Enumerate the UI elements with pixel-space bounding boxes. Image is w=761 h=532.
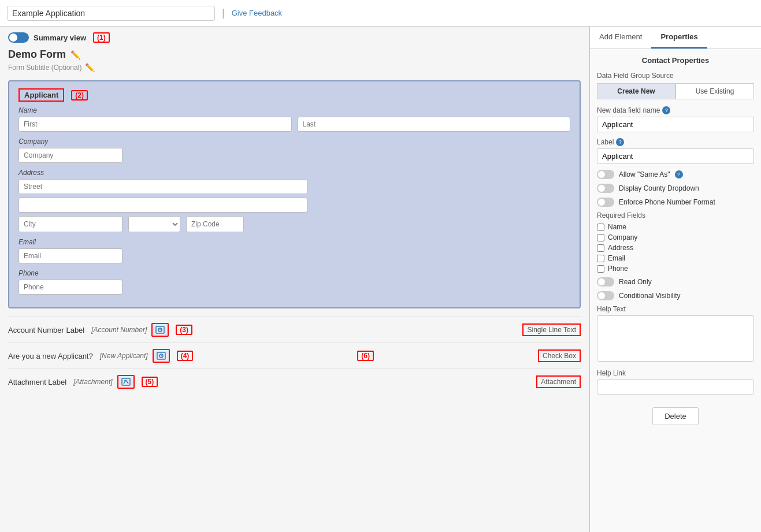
name-label: Name [18,106,570,114]
label-label: Label ? [597,138,754,146]
list-item-3: Attachment Label [Attachment] (5) Attach… [8,369,581,395]
req-phone-label: Phone [608,265,628,273]
req-address-label: Address [608,244,633,252]
left-panel: Summary view (1) Demo Form ✏️ Form Subti… [0,27,589,532]
field-name-input[interactable] [597,117,754,132]
city-input[interactable] [18,216,122,232]
help-text-label: Help Text [597,305,754,313]
company-input[interactable] [18,148,122,163]
annotation-3: (3) [176,325,192,335]
label-help-icon[interactable]: ? [616,138,624,146]
item-3-type-group: Attachment [536,375,581,388]
svg-point-2 [159,329,161,330]
company-field-group: Company [18,137,570,163]
req-email-checkbox[interactable] [597,255,604,262]
section-title: Contact Properties [597,56,754,65]
item-1-icon-btn[interactable] [151,323,169,337]
list-item-2: Are you a new Applicant? [New Applicant]… [8,343,581,369]
item-3-icon-btn[interactable] [117,375,135,389]
tab-add-element[interactable]: Add Element [590,27,651,49]
form-subtitle-edit-icon[interactable]: ✏️ [85,63,95,72]
street2-input[interactable] [18,198,307,213]
company-label: Company [18,137,570,146]
summary-view-toggle[interactable] [8,32,29,43]
item-2-icon-btn[interactable] [153,349,170,363]
annotation-1: (1) [93,32,110,43]
req-company-checkbox[interactable] [597,234,604,241]
top-bar: | Give Feedback [0,0,761,27]
req-phone-row: Phone [597,265,754,273]
email-input[interactable] [18,248,122,263]
form-subtitle-row: Form Subtitle (Optional) ✏️ [8,63,581,72]
last-name-input[interactable] [298,117,571,132]
panel-content: Contact Properties Data Field Group Sour… [590,49,761,532]
item-2-label: Are you a new Applicant? [8,352,93,360]
field-name-help-icon[interactable]: ? [662,106,670,114]
item-1-binding: [Account Number] [91,326,147,334]
item-3-binding: [Attachment] [73,378,112,386]
item-2-type-group: Check Box [538,349,581,362]
zip-input[interactable] [186,216,244,232]
req-email-row: Email [597,254,754,262]
form-subtitle-text: Form Subtitle (Optional) [8,64,81,72]
street-input[interactable] [18,179,307,194]
allow-same-as-toggle[interactable] [597,170,614,179]
read-only-row: Read Only [597,277,754,287]
req-address-row: Address [597,244,754,252]
use-existing-btn[interactable]: Use Existing [675,83,754,99]
help-link-label: Help Link [597,369,754,377]
item-3-label: Attachment Label [8,378,66,386]
req-name-checkbox[interactable] [597,224,604,231]
email-label: Email [18,238,570,246]
svg-point-5 [161,355,162,356]
state-select[interactable] [128,216,180,232]
req-address-checkbox[interactable] [597,244,604,252]
help-link-input[interactable] [597,380,754,395]
display-county-label: Display County Dropdown [619,184,699,192]
read-only-toggle[interactable] [597,277,614,287]
address-field-group: Address [18,169,570,232]
address-label: Address [18,169,570,177]
field-name-label: New data field name ? [597,106,754,114]
annotation-2: (2) [71,90,88,101]
app-title-input[interactable] [7,6,215,21]
source-buttons: Create New Use Existing [597,83,754,99]
required-fields-label: Required Fields [597,211,754,220]
phone-input[interactable] [18,280,122,295]
item-1-label: Account Number Label [8,326,84,334]
item-2-binding: [New Applicant] [100,352,148,360]
conditional-visibility-label: Conditional Visibility [619,292,681,300]
item-2-type: Check Box [543,352,576,360]
main-layout: Summary view (1) Demo Form ✏️ Form Subti… [0,27,761,532]
allow-same-as-label: Allow "Same As" [619,170,670,178]
label-input[interactable] [597,148,754,164]
help-text-area[interactable] [597,315,754,362]
annotation-6: (6) [357,351,374,361]
form-title-row: Demo Form ✏️ [8,49,581,61]
display-county-toggle[interactable] [597,184,614,193]
first-name-input[interactable] [18,117,292,132]
item-1-type-group: Single Line Text [522,323,581,336]
form-title-edit-icon[interactable]: ✏️ [70,50,80,59]
list-item-1: Account Number Label [Account Number] (3… [8,317,581,343]
right-panel: Add Element Properties Contact Propertie… [589,27,761,532]
annotation-4: (4) [177,351,194,361]
read-only-label: Read Only [619,278,652,286]
req-company-label: Company [608,233,637,241]
give-feedback-link[interactable]: Give Feedback [232,9,282,17]
create-new-btn[interactable]: Create New [597,83,675,99]
summary-bar: Summary view (1) [8,32,581,43]
name-field-row [18,117,570,132]
enforce-phone-label: Enforce Phone Number Format [619,198,715,206]
req-name-row: Name [597,223,754,231]
contact-block: Applicant (2) Name Company Address [8,80,581,308]
conditional-visibility-toggle[interactable] [597,291,614,300]
allow-same-as-help-icon[interactable]: ? [675,170,683,178]
enforce-phone-toggle[interactable] [597,198,614,207]
conditional-visibility-row: Conditional Visibility [597,291,754,300]
req-phone-checkbox[interactable] [597,265,604,273]
delete-button[interactable]: Delete [652,407,699,425]
tab-properties[interactable]: Properties [651,27,707,49]
phone-label: Phone [18,269,570,277]
enforce-phone-row: Enforce Phone Number Format [597,198,754,207]
